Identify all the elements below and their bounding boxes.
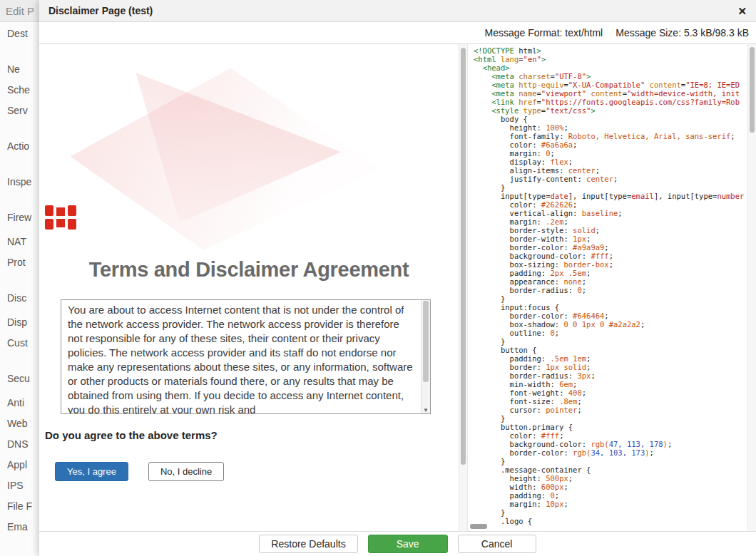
code-line[interactable]: input[type=date], input[type=email], inp… <box>474 192 747 200</box>
sidebar-item[interactable]: Disc <box>7 292 40 305</box>
code-line[interactable]: button.primary { <box>474 423 747 431</box>
code-line[interactable]: height: 100%; <box>474 123 747 132</box>
sidebar-item[interactable]: Actio <box>7 140 40 153</box>
code-line[interactable]: border-width: 1px; <box>474 235 747 243</box>
code-line[interactable]: border-style: solid; <box>474 226 747 235</box>
code-line[interactable]: border-radius: 0; <box>474 286 747 294</box>
code-line[interactable]: <meta name="viewport" content="width=dev… <box>474 89 747 98</box>
code-line[interactable]: border: 1px solid; <box>474 363 747 371</box>
code-line[interactable]: body { <box>474 115 747 123</box>
save-button[interactable]: Save <box>368 535 448 553</box>
code-line[interactable]: } <box>474 457 747 465</box>
code-line[interactable]: min-width: 6em; <box>474 380 747 388</box>
message-meta: Message Format: text/html Message Size: … <box>39 22 756 44</box>
sidebar-item[interactable]: Disp <box>7 316 40 329</box>
code-hscroll-thumb[interactable] <box>470 524 487 529</box>
code-line[interactable]: width: 600px; <box>474 483 747 491</box>
code-line[interactable]: cursor: pointer; <box>474 406 747 414</box>
sidebar-item[interactable]: Anti <box>7 397 40 410</box>
preview-scrollbar[interactable] <box>459 44 468 531</box>
modal-title: Disclaimer Page (test) <box>48 5 153 16</box>
code-line[interactable]: border-color: #a9a9a9; <box>474 243 747 252</box>
code-line[interactable]: font-family: Roboto, Helvetica, Arial, s… <box>474 132 747 140</box>
sidebar-item[interactable]: Appl <box>7 459 40 472</box>
sidebar-item[interactable]: Inspe <box>7 176 40 189</box>
code-line[interactable]: } <box>474 183 747 192</box>
sidebar-item[interactable]: Serv <box>7 105 40 118</box>
code-line[interactable]: align-items: center; <box>474 166 747 175</box>
code-line[interactable]: box-sizing: border-box; <box>474 260 747 269</box>
code-line[interactable]: } <box>474 294 747 303</box>
textbox-scrollbar[interactable]: ▼ <box>421 300 430 413</box>
code-line[interactable]: } <box>474 414 747 423</box>
code-line[interactable]: .message-container { <box>474 465 747 474</box>
textbox-scroll-thumb[interactable] <box>423 301 429 382</box>
sidebar-item[interactable]: Sche <box>7 84 40 97</box>
code-line[interactable]: box-shadow: 0 0 1px 0 #a2a2a2; <box>474 320 747 329</box>
code-line[interactable]: font-size: .8em; <box>474 397 747 406</box>
fortinet-logo <box>45 205 76 230</box>
code-scrollbar[interactable] <box>747 44 756 531</box>
code-line[interactable]: padding: 2px .5em; <box>474 269 747 277</box>
sidebar-item[interactable]: Prot <box>7 257 40 269</box>
code-line[interactable]: display: flex; <box>474 158 747 166</box>
code-line[interactable]: <meta http-equiv="X-UA-Compatible" conte… <box>474 81 747 89</box>
sidebar-item[interactable]: DNS <box>7 438 40 451</box>
code-line[interactable]: <!DOCTYPE html> <box>474 46 747 55</box>
code-line[interactable]: input:focus { <box>474 303 747 312</box>
code-line[interactable]: margin: .2em; <box>474 217 747 226</box>
restore-defaults-button[interactable]: Restore Defaults <box>259 535 357 553</box>
code-line[interactable]: button { <box>474 346 747 354</box>
code-line[interactable]: margin: 10px; <box>474 500 747 508</box>
close-icon[interactable]: ✕ <box>737 6 747 16</box>
code-line[interactable]: <style type="text/css"> <box>474 106 747 115</box>
code-line[interactable]: background-color: #fff; <box>474 252 747 260</box>
code-scroll-thumb[interactable] <box>750 47 755 133</box>
code-line[interactable]: <link href="https://fonts.googleapis.com… <box>474 98 747 106</box>
code-editor[interactable]: <!DOCTYPE html><html lang="en"> <head> <… <box>468 44 747 531</box>
code-line[interactable]: } <box>474 337 747 346</box>
scrollbar-down-icon[interactable]: ▼ <box>423 407 429 413</box>
decline-button[interactable]: No, I decline <box>148 462 224 481</box>
code-line[interactable]: border-radius: 3px; <box>474 371 747 380</box>
code-line[interactable]: margin: 0; <box>474 149 747 158</box>
code-line[interactable]: height: 500px; <box>474 474 747 483</box>
code-line[interactable]: <head> <box>474 63 747 72</box>
preview-heading: Terms and Disclaimer Agreement <box>39 258 459 282</box>
code-line[interactable]: .logo { <box>474 517 747 525</box>
code-line[interactable]: outline: 0; <box>474 329 747 337</box>
code-line[interactable]: justify-content: center; <box>474 175 747 183</box>
preview-scroll-thumb[interactable] <box>461 48 466 465</box>
code-line[interactable]: color: #262626; <box>474 200 747 209</box>
sidebar-item[interactable]: IPS <box>7 480 40 493</box>
disclaimer-textbox[interactable]: You are about to access Internet content… <box>61 299 431 414</box>
code-line[interactable]: color: #6a6a6a; <box>474 140 747 149</box>
code-line[interactable]: padding: 0; <box>474 491 747 500</box>
code-line[interactable]: appearance: none; <box>474 277 747 286</box>
modal-disclaimer-page: Disclaimer Page (test) ✕ Message Format:… <box>39 0 756 556</box>
cancel-button[interactable]: Cancel <box>458 535 536 553</box>
code-line[interactable]: padding: .5em 1em; <box>474 354 747 363</box>
sidebar-item[interactable]: Cust <box>7 337 40 350</box>
code-line[interactable]: background-color: rgb(47, 113, 178); <box>474 440 747 448</box>
sidebar-item[interactable]: Ema <box>7 521 40 534</box>
sidebar-item[interactable]: Web <box>7 418 40 431</box>
code-line[interactable]: vertical-align: baseline; <box>474 209 747 217</box>
code-line[interactable]: color: #fff; <box>474 431 747 440</box>
sidebar-item[interactable]: NAT <box>7 236 40 249</box>
sidebar-item[interactable]: Secu <box>7 373 40 386</box>
code-line[interactable]: border-color: rgb(34, 103, 173); <box>474 448 747 457</box>
sidebar-item[interactable]: Dest <box>7 28 40 41</box>
code-line[interactable]: border-color: #646464; <box>474 312 747 320</box>
sidebar-item[interactable]: Ne <box>7 63 40 76</box>
sidebar-item[interactable]: Firew <box>7 212 40 225</box>
modal-content: Terms and Disclaimer Agreement You are a… <box>39 44 756 531</box>
code-line[interactable]: <meta charset="UTF-8"> <box>474 72 747 81</box>
message-format: Message Format: text/html <box>484 27 603 38</box>
agree-button[interactable]: Yes, I agree <box>55 462 128 481</box>
code-line[interactable]: font-weight: 400; <box>474 388 747 397</box>
code-line[interactable]: <html lang="en"> <box>474 55 747 63</box>
preview-buttons: Yes, I agree No, I decline <box>55 462 224 481</box>
sidebar-item[interactable]: File F <box>7 500 40 513</box>
code-line[interactable]: } <box>474 508 747 517</box>
